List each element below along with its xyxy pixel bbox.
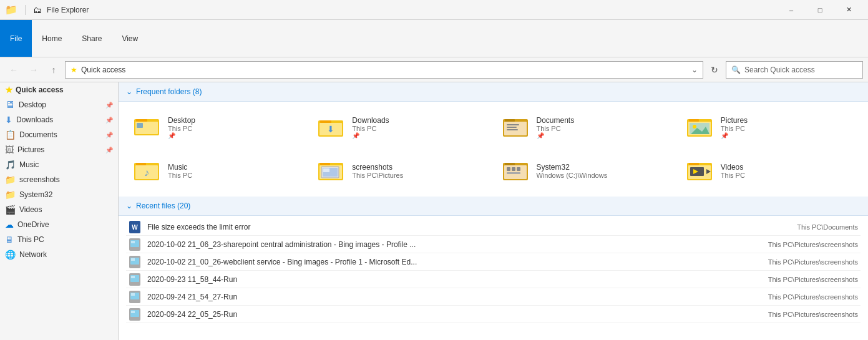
app-icon: 📁 — [5, 4, 17, 16]
maximize-button[interactable]: □ — [806, 0, 834, 20]
close-button[interactable]: ✕ — [834, 0, 863, 20]
quick-access-label: Quick access — [16, 85, 64, 94]
sidebar-desktop-label: Desktop — [19, 100, 102, 109]
sidebar-item-downloads[interactable]: ⬇ Downloads 📌 — [0, 112, 118, 127]
sidebar-item-network[interactable]: 🌐 Network — [0, 247, 118, 262]
quick-access-star-icon: ★ — [5, 85, 13, 95]
tab-view[interactable]: View — [112, 20, 148, 57]
content-area: ⌄ Frequent folders (8) Desktop This PC — [119, 82, 868, 340]
tab-share[interactable]: Share — [72, 20, 112, 57]
sidebar-item-system32[interactable]: 📁 System32 — [0, 187, 118, 202]
system32-folder-name: System32 — [537, 163, 608, 172]
address-bar[interactable]: ★ Quick access ⌄ — [65, 61, 703, 79]
pictures-folder-icon: 🖼 — [5, 145, 14, 155]
downloads-folder-location: This PC — [352, 125, 389, 132]
screenshot-file-icon — [129, 256, 141, 268]
pictures-folder-name: Pictures — [721, 116, 748, 125]
folder-screenshots[interactable]: screenshots This PC\Pictures — [310, 150, 492, 192]
folder-documents[interactable]: Documents This PC 📌 — [495, 107, 676, 148]
screenshots-folder-info: screenshots This PC\Pictures — [352, 163, 403, 179]
search-bar[interactable]: 🔍 Search Quick access — [726, 61, 863, 79]
system32-folder-location: Windows (C:)\Windows — [537, 172, 608, 179]
sidebar-item-onedrive[interactable]: ☁ OneDrive — [0, 217, 118, 232]
sidebar-downloads-label: Downloads — [16, 115, 102, 124]
downloads-folder-name: Downloads — [352, 116, 389, 125]
frequent-folders-title: Frequent folders (8) — [136, 87, 202, 96]
file-row[interactable]: 2020-10-02 21_06_23-sharepoint central a… — [126, 236, 861, 253]
title-bar-left: 📁 🗂 File Explorer — [5, 4, 89, 16]
folder-videos[interactable]: Videos This PC — [679, 150, 861, 192]
svg-rect-11 — [507, 124, 519, 125]
svg-rect-1 — [136, 119, 147, 122]
music-folder-icon: 🎵 — [5, 160, 16, 170]
refresh-button[interactable]: ↻ — [706, 61, 723, 79]
downloads-folder-icon: ⬇ — [5, 115, 12, 125]
desktop-folder-icon: 🖥 — [5, 99, 15, 110]
music-folder-location: This PC — [168, 172, 192, 179]
file-location-4: This PC\Pictures\screenshots — [683, 276, 858, 283]
file-row[interactable]: W File size exceeds the limit error This… — [126, 218, 861, 236]
documents-folder-icon: 📋 — [5, 130, 16, 140]
minimize-button[interactable]: – — [777, 0, 806, 20]
folder-downloads[interactable]: ⬇ Downloads This PC 📌 — [310, 107, 492, 148]
sidebar-onedrive-label: OneDrive — [17, 220, 113, 229]
back-button[interactable]: ← — [5, 61, 22, 79]
sidebar-quick-access-header[interactable]: ★ Quick access — [0, 82, 118, 97]
up-button[interactable]: ↑ — [45, 61, 62, 79]
desktop-folder-name: Desktop — [168, 116, 195, 125]
system32-folder-icon-large — [500, 156, 530, 186]
file-row[interactable]: 2020-09-23 11_58_44-Run This PC\Pictures… — [126, 271, 861, 288]
screenshots-folder-name: screenshots — [352, 163, 403, 172]
sidebar-item-documents[interactable]: 📋 Documents 📌 — [0, 127, 118, 142]
folder-music[interactable]: ♪ Music This PC — [126, 150, 308, 192]
svg-rect-31 — [505, 163, 515, 165]
screenshot-file-icon — [129, 273, 141, 286]
folder-system32[interactable]: System32 Windows (C:)\Windows — [495, 150, 676, 192]
folder-grid: Desktop This PC 📌 ⬇ Downloads — [119, 102, 868, 197]
system32-folder-icon: 📁 — [5, 190, 16, 200]
pin-icon: 📌 — [105, 117, 113, 124]
onedrive-icon: ☁ — [5, 220, 14, 230]
svg-rect-38 — [689, 163, 699, 165]
sidebar-videos-label: Videos — [19, 205, 113, 214]
forward-button[interactable]: → — [25, 61, 42, 79]
downloads-pin-icon: 📌 — [352, 132, 389, 139]
sidebar-screenshots-label: screenshots — [19, 175, 113, 184]
sidebar-item-thispc[interactable]: 🖥 This PC — [0, 232, 118, 247]
folder-pictures[interactable]: Pictures This PC 📌 — [679, 107, 861, 148]
music-folder-name: Music — [168, 163, 192, 172]
sidebar-item-videos[interactable]: 🎬 Videos — [0, 202, 118, 217]
svg-rect-15 — [689, 119, 699, 122]
desktop-folder-location: This PC — [168, 125, 195, 132]
file-name-1: File size exceeds the limit error — [147, 223, 677, 231]
svg-text:♪: ♪ — [144, 167, 149, 178]
svg-rect-35 — [517, 167, 520, 171]
file-row[interactable]: 2020-10-02 21_00_26-webclient service - … — [126, 253, 861, 271]
sidebar-item-pictures[interactable]: 🖼 Pictures 📌 — [0, 142, 118, 157]
folder-desktop[interactable]: Desktop This PC 📌 — [126, 107, 308, 148]
svg-rect-5 — [320, 120, 331, 123]
tab-file[interactable]: File — [0, 20, 32, 57]
videos-folder-location: This PC — [721, 172, 745, 179]
main-layout: ★ Quick access 🖥 Desktop 📌 ⬇ Downloads 📌… — [0, 82, 868, 340]
videos-folder-info: Videos This PC — [721, 163, 745, 179]
address-star-icon: ★ — [71, 66, 77, 74]
word-file-icon: W — [129, 221, 141, 233]
pictures-folder-info: Pictures This PC 📌 — [721, 116, 748, 139]
desktop-folder-icon-large — [132, 112, 162, 142]
tab-home[interactable]: Home — [32, 20, 72, 57]
sidebar-item-screenshots[interactable]: 📁 screenshots — [0, 172, 118, 187]
frequent-folders-header[interactable]: ⌄ Frequent folders (8) — [119, 82, 868, 102]
pictures-pin-icon: 📌 — [721, 132, 748, 139]
file-row[interactable]: 2020-09-24 21_54_27-Run This PC\Pictures… — [126, 288, 861, 306]
ribbon: File Home Share View — [0, 20, 868, 57]
pin-icon: 📌 — [105, 132, 113, 138]
desktop-folder-info: Desktop This PC 📌 — [168, 116, 195, 139]
sidebar-item-music[interactable]: 🎵 Music — [0, 157, 118, 172]
sidebar-item-desktop[interactable]: 🖥 Desktop 📌 — [0, 97, 118, 112]
recent-files-header[interactable]: ⌄ Recent files (20) — [119, 197, 868, 216]
screenshot-file-icon — [129, 238, 141, 251]
screenshot-file-icon — [129, 308, 141, 321]
file-row[interactable]: 2020-09-24 22_05_25-Run This PC\Pictures… — [126, 306, 861, 323]
svg-rect-21 — [136, 163, 146, 165]
